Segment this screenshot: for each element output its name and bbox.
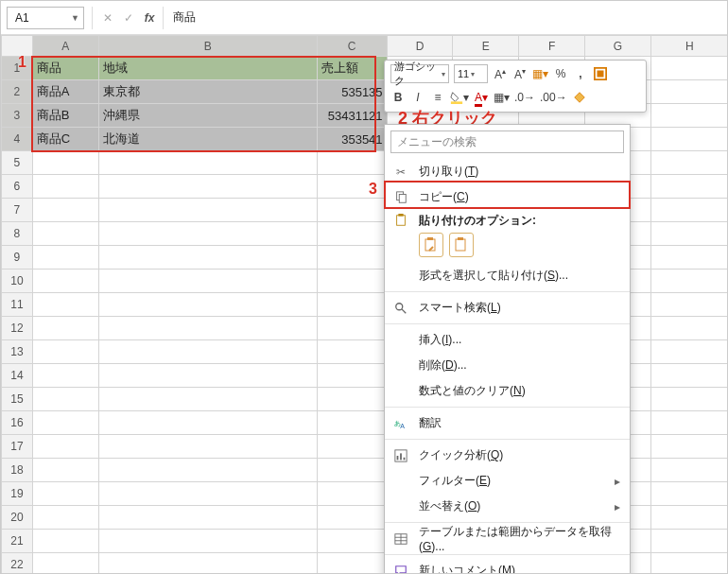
cell[interactable]: 商品 [32, 57, 98, 80]
col-header[interactable]: F [519, 36, 585, 57]
cell[interactable] [317, 435, 387, 459]
format-painter-icon[interactable] [572, 91, 587, 105]
cell[interactable] [317, 222, 387, 246]
col-header[interactable]: A [32, 36, 98, 57]
cell[interactable] [650, 246, 728, 270]
select-all-corner[interactable] [2, 36, 33, 57]
col-header[interactable]: D [387, 36, 453, 57]
col-header[interactable]: H [650, 36, 728, 57]
cell[interactable]: 沖縄県 [98, 104, 317, 128]
row-header[interactable]: 22 [2, 553, 33, 575]
fx-icon[interactable]: fx [142, 11, 157, 25]
cell[interactable] [32, 151, 98, 175]
row-header[interactable]: 9 [2, 246, 33, 270]
row-header[interactable]: 20 [2, 506, 33, 530]
row-header[interactable]: 2 [2, 80, 33, 104]
cell[interactable] [317, 293, 387, 317]
ctx-smart-lookup[interactable]: スマート検索(L) [385, 295, 630, 321]
cell[interactable] [98, 506, 317, 530]
row-header[interactable]: 6 [2, 175, 33, 199]
row-header[interactable]: 11 [2, 293, 33, 317]
cell[interactable] [98, 553, 317, 575]
cell[interactable] [650, 80, 728, 104]
cell[interactable] [98, 435, 317, 459]
cell[interactable] [98, 175, 317, 199]
cell[interactable] [650, 104, 728, 128]
cell[interactable] [32, 435, 98, 459]
cell[interactable] [650, 459, 728, 482]
ctx-paste-special[interactable]: 形式を選択して貼り付け(S)... [385, 263, 630, 288]
cell[interactable] [98, 388, 317, 411]
ctx-insert[interactable]: 挿入(I)... [385, 327, 630, 353]
cell[interactable] [650, 199, 728, 222]
cell[interactable] [32, 482, 98, 506]
font-family-select[interactable]: 游ゴシック▾ [390, 64, 449, 83]
cell[interactable] [317, 340, 387, 364]
cell[interactable] [98, 459, 317, 482]
menu-search-input[interactable]: メニューの検索 [390, 130, 624, 153]
cell[interactable] [32, 364, 98, 388]
col-header[interactable]: C [317, 36, 387, 57]
cell[interactable] [32, 459, 98, 482]
cell[interactable] [317, 246, 387, 270]
row-header[interactable]: 12 [2, 317, 33, 340]
row-header[interactable]: 3 [2, 104, 33, 128]
cell[interactable] [650, 128, 728, 151]
row-header[interactable]: 19 [2, 482, 33, 506]
paste-option-default[interactable] [419, 233, 443, 257]
row-header[interactable]: 5 [2, 151, 33, 175]
cell[interactable] [317, 388, 387, 411]
formula-input[interactable]: 商品 [163, 7, 721, 29]
bold-button[interactable]: B [390, 91, 406, 104]
cell[interactable] [32, 246, 98, 270]
cell[interactable] [317, 270, 387, 293]
cell[interactable] [317, 459, 387, 482]
cell[interactable]: 東京都 [98, 80, 317, 104]
cell[interactable] [98, 246, 317, 270]
cell[interactable] [32, 553, 98, 575]
cell[interactable] [650, 222, 728, 246]
cell[interactable] [650, 151, 728, 175]
cell[interactable] [32, 530, 98, 553]
cell[interactable]: 売上額 [317, 57, 387, 80]
cell[interactable]: 商品C [32, 128, 98, 151]
col-header[interactable]: B [98, 36, 317, 57]
cell[interactable] [32, 506, 98, 530]
cell[interactable] [317, 482, 387, 506]
row-header[interactable]: 13 [2, 340, 33, 364]
cell[interactable] [650, 270, 728, 293]
decrease-font-icon[interactable]: A▾ [512, 67, 528, 81]
font-size-select[interactable]: 11▾ [454, 64, 488, 83]
cell[interactable]: 商品A [32, 80, 98, 104]
cell[interactable] [98, 270, 317, 293]
increase-font-icon[interactable]: A▴ [493, 67, 508, 81]
row-header[interactable]: 15 [2, 388, 33, 411]
row-header[interactable]: 10 [2, 270, 33, 293]
row-header[interactable]: 4 [2, 128, 33, 151]
cell[interactable] [650, 530, 728, 553]
cell[interactable] [650, 57, 728, 80]
paste-option-values[interactable] [449, 233, 474, 257]
cell[interactable] [650, 364, 728, 388]
row-header[interactable]: 18 [2, 459, 33, 482]
ctx-new-comment[interactable]: 新しいコメント(M) [385, 558, 630, 574]
cell[interactable] [650, 388, 728, 411]
cell[interactable]: 53431121 [317, 104, 387, 128]
cell[interactable] [317, 175, 387, 199]
cell[interactable] [98, 411, 317, 435]
cell[interactable] [317, 199, 387, 222]
italic-button[interactable]: I [410, 91, 425, 104]
cell[interactable] [32, 222, 98, 246]
ctx-sort[interactable]: 並べ替え(O) ▸ [385, 494, 630, 519]
ctx-from-table[interactable]: テーブルまたは範囲からデータを取得(G)... [385, 526, 630, 551]
row-header[interactable]: 17 [2, 435, 33, 459]
cancel-icon[interactable]: ✕ [100, 11, 115, 25]
cell[interactable] [98, 293, 317, 317]
cell[interactable] [650, 293, 728, 317]
cell[interactable] [98, 151, 317, 175]
row-header[interactable]: 16 [2, 411, 33, 435]
increase-decimal-icon[interactable]: .00→ [540, 91, 567, 104]
cell[interactable] [650, 553, 728, 575]
cell[interactable] [98, 340, 317, 364]
row-header[interactable]: 14 [2, 364, 33, 388]
